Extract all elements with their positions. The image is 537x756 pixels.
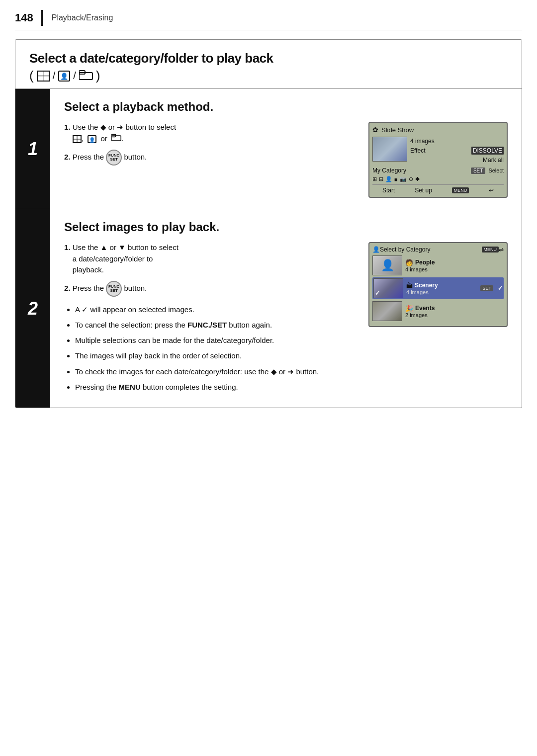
lcd2-people-count: 4 images (405, 266, 504, 272)
lcd1-info: 4 images Effect DISSOLVE Mark all (410, 137, 504, 165)
slash-sep1: / (53, 70, 56, 82)
step2-lcd-screen: 👤 Select by Category MENU ⇌ 👤 (368, 242, 508, 327)
lcd2-people-info: 🧑 People 4 images (405, 259, 504, 272)
lcd2-header-icon: 👤 (372, 246, 380, 253)
step2-content: Select images to play back. 1. Use the ▲… (50, 209, 522, 408)
face-inline-icon: 👤 (88, 135, 96, 143)
grid-icon (37, 71, 50, 82)
icon-camera-small: ⊙ (409, 176, 413, 182)
lcd1-effect-row: Effect DISSOLVE (410, 146, 504, 156)
step1-text: 1. Use the ◆ or ➜ button to select , 👤 o… (64, 122, 357, 170)
people-icon: 🧑 (405, 259, 413, 266)
lcd1-effect-value: DISSOLVE (471, 147, 504, 155)
lcd1-bottom-row: Start Set up MENU ↩ (372, 184, 504, 194)
main-heading: Select a date/category/folder to play ba… (29, 51, 508, 66)
flower-icon: ✿ (372, 126, 378, 134)
page: 148 Playback/Erasing Select a date/categ… (0, 0, 537, 756)
divider-bar (41, 10, 43, 26)
icon-grid2-small: ⊟ (379, 176, 383, 182)
lcd2-scenery-label: Scenery (415, 282, 438, 289)
bullet-item-5: To check the images for each date/catego… (75, 366, 357, 377)
lcd1-effect-label: Effect (410, 147, 425, 154)
step1-instruction1: 1. Use the ◆ or ➜ button to select , 👤 o… (64, 122, 357, 145)
lcd1-icons-row: ⊞ ⊟ 👤 ■ 📷 ⊙ ✱ (372, 176, 504, 182)
step1-inst1-num: 1. (64, 123, 71, 131)
step1-lcd-screen: ✿ Slide Show 4 images Effect (368, 122, 508, 198)
lcd1-setup: Set up (415, 187, 432, 194)
step2-bullet-list: A ✓ will appear on selected images. To c… (64, 304, 357, 393)
icon-asterisk-small: ✱ (415, 176, 420, 182)
lcd2-thumb-events (372, 301, 402, 321)
face-icon: 👤 (58, 71, 70, 82)
step1-content: Select a playback method. 1. Use the ◆ o… (50, 89, 522, 209)
lcd2-set-badge: SET (480, 285, 493, 291)
step2-body: 1. Use the ▲ or ▼ button to select a dat… (64, 242, 508, 397)
step1-instruction2: 2. Press the FUNCSET button. (64, 150, 357, 166)
lcd2-events-info: 🎉 Events 2 images (405, 305, 504, 318)
slash-sep2: / (73, 70, 76, 82)
lcd2-menu-btn: MENU (482, 247, 499, 252)
lcd1-thumbnail (372, 137, 407, 162)
folder-icon (79, 69, 93, 83)
lcd1-count: 4 images (410, 138, 435, 145)
bullet-item-6: Pressing the MENU button completes the s… (75, 381, 357, 393)
close-paren: ) (96, 68, 100, 84)
bullet-item-1: A ✓ will appear on selected images. (75, 304, 357, 315)
step1-inst2-num: 2. (64, 153, 71, 161)
lcd2-row-scenery: ✓ 🏔 Scenery 4 images SET ✓ (372, 277, 504, 299)
lcd1-menu: MENU (452, 187, 469, 193)
open-paren: ( (29, 68, 34, 84)
icon-video-small: 📷 (400, 176, 407, 182)
lcd1-markall-row: Mark all (410, 156, 504, 165)
lcd1-start: Start (382, 187, 395, 194)
lcd1-count-row: 4 images (410, 137, 504, 146)
step2-section: 2 Select images to play back. 1. Use the… (15, 209, 522, 408)
step1-body: 1. Use the ◆ or ➜ button to select , 👤 o… (64, 122, 508, 198)
step2-inst2-num: 2. (64, 283, 71, 292)
step2-text: 1. Use the ▲ or ▼ button to select a dat… (64, 242, 357, 397)
step2-instruction2: 2. Press the FUNCSET button. (64, 281, 357, 297)
icon-grid-small: ⊞ (372, 176, 377, 182)
lcd1-cat-action: Select (487, 168, 504, 173)
lcd2-check-mark: ✓ (498, 285, 503, 292)
lcd1-title: Slide Show (381, 126, 414, 134)
step1-title: Select a playback method. (64, 100, 508, 114)
step2-inst1-num: 1. (64, 243, 71, 252)
lcd2-header: 👤 Select by Category MENU ⇌ (372, 246, 504, 253)
scenery-icon: 🏔 (406, 282, 413, 289)
content-box: Select a date/category/folder to play ba… (15, 39, 522, 408)
lcd1-return-icon: ↩ (489, 187, 494, 194)
func-set-button1: FUNCSET (106, 150, 122, 166)
section-label: Playback/Erasing (52, 13, 113, 22)
lcd2-events-label: Events (415, 305, 435, 312)
check-overlay: ✓ (375, 290, 380, 297)
lcd2-thumb-people: 👤 (372, 255, 402, 275)
events-icon: 🎉 (405, 305, 413, 312)
people-photo: 👤 (381, 259, 394, 272)
lcd1-title-row: ✿ Slide Show (372, 126, 504, 134)
main-title-section: Select a date/category/folder to play ba… (15, 40, 522, 89)
bullet-item-2: To cancel the selection: press the FUNC.… (75, 319, 357, 331)
icon-square-small: ■ (394, 176, 398, 182)
func-set-button2: FUNCSET (106, 281, 122, 297)
lcd2-thumb-scenery: ✓ (373, 278, 403, 298)
lcd2-scenery-info: 🏔 Scenery 4 images (406, 282, 475, 295)
lcd2-people-label: People (415, 259, 435, 266)
lcd2-arrow-icon: ⇌ (499, 246, 504, 253)
grid-inline-icon (73, 135, 82, 143)
lcd1-category-row: My Category SET Select (372, 167, 504, 174)
page-number: 148 (15, 11, 33, 24)
lcd1-set-badge: SET (471, 168, 485, 174)
lcd2-row-events: 🎉 Events 2 images (372, 301, 504, 321)
lcd2-scenery-count: 4 images (406, 289, 475, 295)
folder-inline-icon (111, 133, 121, 145)
step1-section: 1 Select a playback method. 1. Use the ◆… (15, 89, 522, 209)
lcd2-row-people: 👤 🧑 People 4 images (372, 255, 504, 275)
step2-number: 2 (15, 209, 50, 408)
icon-face-small: 👤 (385, 176, 392, 182)
subtitle-icons: ( / 👤 / ) (29, 68, 508, 84)
lcd1-cat-label: My Category (372, 167, 406, 174)
lcd1-main-area: 4 images Effect DISSOLVE Mark all (372, 137, 504, 165)
lcd2-header-label: Select by Category (380, 246, 430, 253)
step1-number: 1 (15, 89, 50, 209)
